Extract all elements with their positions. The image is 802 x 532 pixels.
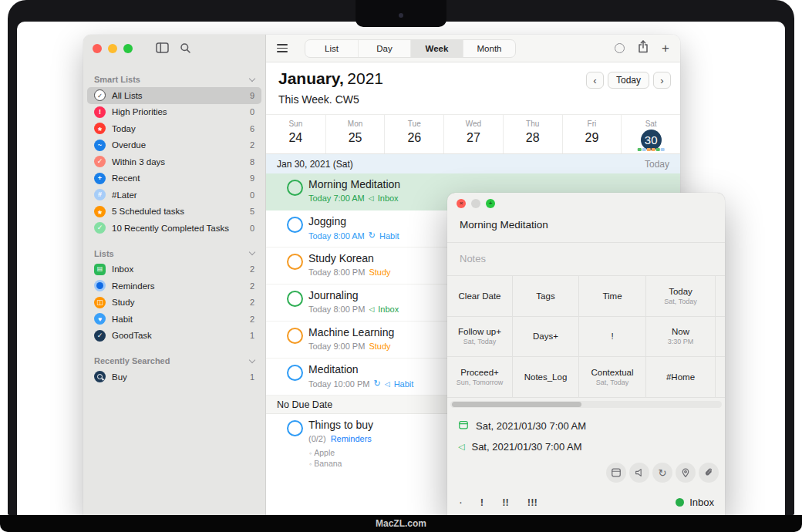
sidebar-item-within-3-days[interactable]: ✓ Within 3 days 8 [87, 153, 261, 170]
bullet-icon: ◦ [309, 460, 312, 468]
repeat-icon[interactable]: ↻ [652, 463, 672, 483]
quick-actions-grid: Clear Date Tags Time TodaySat, Today Fol… [447, 276, 725, 398]
action-now[interactable]: Now3:30 PM [646, 317, 716, 358]
event-dots [638, 148, 665, 152]
priority-high[interactable]: !!! [527, 497, 537, 508]
complete-checkbox[interactable] [287, 217, 303, 233]
day-cell-thu[interactable]: Thu 28 [503, 115, 562, 153]
tab-week-view[interactable]: Week [410, 40, 463, 57]
prev-week-button[interactable]: ‹ [586, 72, 604, 89]
complete-checkbox[interactable] [287, 180, 303, 196]
year-title: 2021 [347, 69, 383, 87]
action-tags[interactable]: Tags [513, 276, 579, 317]
complete-checkbox[interactable] [287, 254, 303, 270]
count-badge: 0 [250, 107, 254, 116]
horizontal-scrollbar-track[interactable] [450, 401, 722, 408]
zoom-button[interactable]: + [486, 199, 495, 208]
close-button[interactable]: × [457, 199, 466, 208]
complete-checkbox[interactable] [287, 291, 303, 307]
action-days-plus[interactable]: Days+ [513, 317, 579, 358]
action-contextual[interactable]: ContextualSat, Today [579, 357, 646, 398]
progress-circle-icon[interactable] [615, 43, 625, 53]
zoom-button[interactable] [123, 44, 133, 53]
location-icon[interactable] [676, 463, 696, 483]
bullet-icon: ◦ [309, 450, 312, 457]
sidebar-item-later[interactable]: # #Later 0 [87, 187, 261, 204]
section-header-lists[interactable]: Lists [83, 246, 265, 261]
count-badge: 0 [250, 224, 254, 233]
minimize-button[interactable] [108, 44, 117, 53]
day-cell-wed[interactable]: Wed 27 [443, 115, 503, 153]
action-priority[interactable]: ! [579, 317, 646, 358]
share-icon[interactable] [638, 40, 649, 56]
sidebar-item-all-lists[interactable]: ✓ All Lists 9 [87, 87, 261, 104]
action-time[interactable]: Time [579, 276, 646, 317]
day-cell-sat-selected[interactable]: Sat 30 [621, 115, 680, 153]
attribute-buttons: ↻ [606, 463, 719, 483]
search-icon[interactable] [180, 42, 191, 56]
count-badge: 8 [250, 157, 254, 167]
sidebar-toggle-icon[interactable] [156, 42, 169, 55]
minimize-button-disabled [471, 199, 480, 208]
calendar-icon[interactable] [606, 463, 626, 483]
selected-date-label: Jan 30, 2021 (Sat) [277, 159, 353, 170]
day-cell-fri[interactable]: Fri 29 [562, 115, 622, 153]
complete-checkbox[interactable] [287, 328, 303, 344]
tab-day-view[interactable]: Day [358, 40, 410, 57]
next-week-button[interactable]: › [653, 72, 671, 89]
sidebar-item-recent[interactable]: + Recent 9 [87, 170, 261, 187]
task-title-field[interactable]: Morning Meditation [460, 219, 548, 231]
horizontal-scrollbar-thumb[interactable] [452, 402, 581, 407]
action-notes-log[interactable]: Notes_Log [513, 357, 579, 398]
today-label: Today [645, 159, 669, 170]
close-button[interactable] [93, 44, 102, 53]
alert-date-row[interactable]: ◁ Sat, 2021/01/30 7:00 AM [458, 441, 582, 453]
tab-month-view[interactable]: Month [463, 40, 515, 57]
day-cell-sun[interactable]: Sun 24 [266, 115, 325, 153]
priority-medium[interactable]: !! [502, 497, 509, 508]
notes-field[interactable]: Notes [460, 253, 486, 264]
sidebar-item-scheduled-tasks[interactable]: * 5 Scheduled tasks 5 [87, 204, 261, 221]
sidebar-item-reminders[interactable]: Reminders 2 [87, 278, 261, 295]
action-follow-up[interactable]: Follow up+Sat, Today [447, 317, 513, 358]
tab-list-view[interactable]: List [305, 40, 358, 57]
sidebar-item-study[interactable]: ◫ Study 2 [87, 295, 261, 311]
sidebar-item-overdue[interactable]: ~ Overdue 2 [87, 137, 261, 154]
count-badge: 2 [250, 140, 254, 150]
priority-none[interactable]: . [460, 497, 462, 508]
task-list-tag: Study [369, 268, 390, 277]
sidebar-item-buy[interactable]: Buy 1 [87, 369, 261, 386]
action-home-tag[interactable]: #Home [646, 357, 716, 398]
action-clear-date[interactable]: Clear Date [447, 276, 513, 317]
alert-icon: ◁ [369, 194, 374, 202]
sidebar-item-goodtask[interactable]: ✓ GoodTask 1 [87, 328, 261, 345]
sidebar-item-today[interactable]: * Today 6 [87, 120, 261, 137]
task-list-tag: Inbox [378, 305, 399, 314]
due-date-row[interactable]: Sat, 2021/01/30 7:00 AM [458, 419, 586, 432]
sidebar-titlebar [83, 35, 265, 62]
add-task-icon[interactable]: + [662, 42, 669, 55]
sidebar-item-inbox[interactable]: ▤ Inbox 2 [87, 261, 261, 278]
action-proceed[interactable]: Proceed+Sun, Tomorrow [447, 357, 513, 398]
list-selector[interactable]: Inbox [676, 497, 714, 508]
sidebar-item-habit[interactable]: ♥ Habit 2 [87, 311, 261, 328]
action-today[interactable]: TodaySat, Today [646, 276, 716, 317]
count-badge: 1 [250, 331, 254, 340]
today-button[interactable]: Today [608, 72, 649, 89]
complete-checkbox[interactable] [287, 420, 303, 436]
alert-icon[interactable] [629, 463, 649, 483]
priority-low[interactable]: ! [480, 497, 484, 508]
sidebar-item-high-priorities[interactable]: ! High Priorities 0 [87, 104, 261, 121]
task-time: Today 8:00 PM [308, 268, 365, 277]
day-cell-tue[interactable]: Tue 26 [384, 115, 443, 153]
inbox-tray-icon: ▤ [94, 264, 106, 275]
section-header-recently-searched[interactable]: Recently Searched [83, 353, 265, 369]
menu-icon[interactable] [277, 44, 288, 52]
calendar-header: January, 2021 This Week. CW5 ‹ Today › [266, 62, 680, 114]
checkmark-circle-icon: ✓ [94, 156, 106, 167]
complete-checkbox[interactable] [287, 365, 303, 381]
sidebar-item-recently-completed[interactable]: ✓ 10 Recently Completed Tasks 0 [87, 220, 261, 237]
section-header-smart-lists[interactable]: Smart Lists [83, 72, 265, 87]
attachment-icon[interactable] [699, 463, 719, 483]
day-cell-mon[interactable]: Mon 25 [325, 115, 385, 153]
